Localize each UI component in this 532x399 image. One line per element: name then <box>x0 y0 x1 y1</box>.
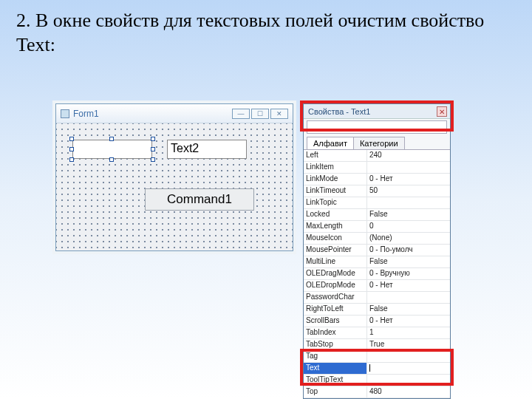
properties-panel: Свойства - Text1 ✕ Алфавит Категории Lef… <box>303 103 451 399</box>
resize-handle[interactable] <box>69 147 74 151</box>
property-name: MultiLine <box>304 256 367 267</box>
properties-title: Свойства - Text1 ✕ <box>304 104 450 119</box>
tab-alphabet[interactable]: Алфавит <box>307 137 354 149</box>
resize-handle[interactable] <box>151 157 155 162</box>
property-row[interactable]: LinkItem <box>304 162 450 174</box>
form-icon <box>61 109 69 118</box>
property-name: Locked <box>304 209 367 220</box>
property-value[interactable]: False <box>367 209 450 220</box>
property-name: LinkMode <box>304 174 367 185</box>
property-row[interactable]: OLEDropMode0 - Нет <box>304 280 450 292</box>
property-value[interactable]: 0 - По-умолч <box>367 245 450 256</box>
form-caption: Form1 <box>73 109 228 119</box>
property-value[interactable]: 1 <box>367 327 450 338</box>
property-name: LinkTimeout <box>304 185 367 197</box>
resize-handle[interactable] <box>109 137 114 141</box>
property-row[interactable]: OLEDragMode0 - Вручную <box>304 268 450 280</box>
property-value[interactable]: 0 - Вручную <box>367 268 450 279</box>
property-name: TabStop <box>304 339 367 350</box>
properties-title-text: Свойства - Text1 <box>308 107 370 116</box>
property-value[interactable] <box>367 363 450 374</box>
property-row[interactable]: TabStopTrue <box>304 339 450 351</box>
maximize-button[interactable]: ☐ <box>251 109 269 119</box>
property-row[interactable]: ScrollBars0 - Нет <box>304 316 450 327</box>
resize-handle[interactable] <box>69 137 74 141</box>
property-row[interactable]: Left240 <box>304 150 450 162</box>
property-name: LinkItem <box>304 162 367 173</box>
textbox-text2[interactable]: Text2 <box>167 140 247 159</box>
property-row[interactable]: RightToLeftFalse <box>304 304 450 316</box>
property-value[interactable]: (None) <box>367 233 450 244</box>
property-value[interactable] <box>367 197 450 208</box>
property-row[interactable]: LinkTimeout50 <box>304 185 450 197</box>
property-row[interactable]: MaxLength0 <box>304 221 450 233</box>
textbox-text1[interactable] <box>72 140 152 159</box>
property-name: ScrollBars <box>304 316 367 327</box>
property-value[interactable]: 0 - Нет <box>367 316 450 327</box>
property-name: PasswordChar <box>304 292 367 303</box>
property-name: Top <box>304 386 367 398</box>
property-row[interactable]: Tag <box>304 351 450 363</box>
property-name: RightToLeft <box>304 304 367 315</box>
property-value[interactable] <box>367 162 450 173</box>
minimize-button[interactable]: — <box>232 109 250 119</box>
property-value[interactable] <box>367 351 450 362</box>
property-row[interactable]: MouseIcon(None) <box>304 233 450 245</box>
properties-close-button[interactable]: ✕ <box>437 106 447 117</box>
form-design-surface[interactable]: Text2 Command1 <box>56 123 293 250</box>
property-grid[interactable]: Left240LinkItemLinkMode0 - НетLinkTimeou… <box>304 149 450 398</box>
property-value[interactable] <box>367 375 450 386</box>
property-name: Left <box>304 150 367 161</box>
property-row[interactable]: MultiLineFalse <box>304 256 450 268</box>
property-name: TabIndex <box>304 327 367 338</box>
property-name: OLEDragMode <box>304 268 367 279</box>
property-row[interactable]: LockedFalse <box>304 209 450 221</box>
property-value[interactable]: 0 <box>367 221 450 232</box>
property-value[interactable]: 0 - Нет <box>367 174 450 185</box>
property-row[interactable]: PasswordChar <box>304 292 450 304</box>
property-row[interactable]: TabIndex1 <box>304 327 450 339</box>
property-name: ToolTipText <box>304 375 367 386</box>
button-command1[interactable]: Command1 <box>145 188 254 211</box>
property-value[interactable]: 480 <box>367 386 450 398</box>
property-name: Text <box>304 363 367 374</box>
slide-title: 2. В окне свойств для текстовых полей оч… <box>16 9 516 57</box>
property-name: Tag <box>304 351 367 362</box>
property-value[interactable] <box>367 292 450 303</box>
property-row[interactable]: MousePointer0 - По-умолч <box>304 245 450 256</box>
resize-handle[interactable] <box>109 157 114 162</box>
property-value[interactable]: True <box>367 339 450 350</box>
properties-tabs: Алфавит Категории <box>304 135 450 149</box>
property-name: OLEDropMode <box>304 280 367 291</box>
property-value[interactable]: 240 <box>367 150 450 161</box>
resize-handle[interactable] <box>151 147 155 151</box>
property-name: MouseIcon <box>304 233 367 244</box>
property-row[interactable]: Top480 <box>304 386 450 398</box>
object-selector[interactable] <box>307 120 447 134</box>
property-value[interactable]: 50 <box>367 185 450 197</box>
resize-handle[interactable] <box>69 157 74 162</box>
close-button[interactable]: ✕ <box>270 109 288 119</box>
property-name: MousePointer <box>304 245 367 256</box>
property-row[interactable]: LinkTopic <box>304 197 450 209</box>
property-row[interactable]: Text <box>304 363 450 375</box>
property-name: MaxLength <box>304 221 367 232</box>
property-row[interactable]: ToolTipText <box>304 375 450 386</box>
resize-handle[interactable] <box>151 137 155 141</box>
property-value[interactable]: False <box>367 304 450 315</box>
property-value[interactable]: 0 - Нет <box>367 280 450 291</box>
form-titlebar[interactable]: Form1 — ☐ ✕ <box>56 104 293 123</box>
form-designer-window: Form1 — ☐ ✕ Text2 Command1 <box>55 103 293 251</box>
property-value[interactable]: False <box>367 256 450 267</box>
property-row[interactable]: LinkMode0 - Нет <box>304 174 450 185</box>
tab-categories[interactable]: Категории <box>353 137 405 149</box>
property-name: LinkTopic <box>304 197 367 208</box>
